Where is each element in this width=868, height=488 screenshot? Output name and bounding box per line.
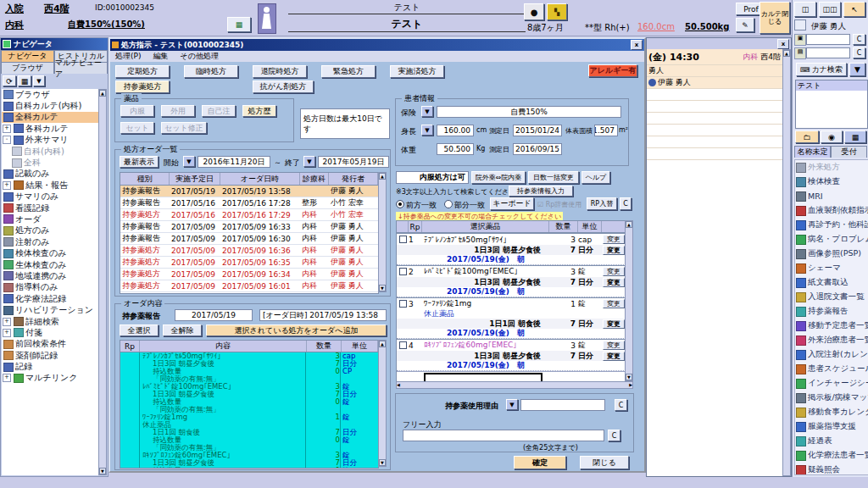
drug-search-input[interactable]: 内服処方は可 (396, 171, 469, 184)
order-row[interactable]: 持参薬処方 2017/05/09 2017/05/09 16:35 内科 伊藤 … (120, 257, 378, 269)
nav-tree-item[interactable]: 前回検索条件 (2, 339, 101, 350)
patient-card-input[interactable] (806, 47, 850, 58)
prescription-type-tab[interactable]: 退院時処方 (253, 65, 307, 78)
clear-all-button[interactable]: 全解除 (163, 324, 202, 336)
selected-drugs-vscrollbar[interactable]: ▲ ▼ (625, 220, 633, 381)
drug-checkbox[interactable] (397, 341, 409, 349)
nav-tree-item[interactable]: 指導料のみ (2, 282, 101, 293)
order-row[interactable]: 持参薬報告 2017/05/19 2017/05/19 13:58 伊藤 勇人 (120, 186, 378, 197)
nav-tree-item[interactable]: リハビリテーション (2, 304, 101, 315)
tab-reception[interactable]: 受付 (831, 146, 867, 158)
end-date-dropdown[interactable]: ▼ (303, 156, 315, 167)
expand-toggle-icon[interactable]: + (3, 318, 11, 326)
order-row[interactable]: 持参薬報告 2017/05/16 2017/05/16 17:28 整形 小竹 … (120, 197, 378, 209)
rp-swap-button[interactable]: RP入替 (587, 197, 617, 210)
person-icon[interactable]: ◉ (821, 130, 843, 143)
nav-tree-item[interactable]: + 各科カルテ (2, 123, 101, 134)
quick-menu-item[interactable]: 再診予約・他科診 (795, 218, 868, 232)
tab-browser[interactable]: ブラウザ (1, 62, 54, 74)
drug-checkbox[interactable] (397, 300, 409, 308)
nav-tree-item[interactable]: 全科 (2, 157, 101, 168)
close-icon[interactable]: x (631, 40, 643, 50)
kana-search-dropdown[interactable]: ▼ (849, 63, 865, 76)
selected-drug-row[interactable]: 3 ﾜｰﾌｧﾘﾝ錠1mg 1 錠 変更 (397, 297, 626, 309)
patient-id-input[interactable] (806, 34, 850, 45)
order-content-line[interactable]: 持込数量 0 CP (120, 368, 378, 375)
add-to-order-button[interactable]: 選択されている処方をオーダへ追加 (206, 324, 387, 336)
nav-scrollbar[interactable]: ▲ ▼ (98, 89, 107, 475)
quick-menu-item[interactable]: 持参薬報告 (795, 304, 868, 319)
select-all-button[interactable]: 全選択 (120, 324, 159, 336)
order-row[interactable]: 持参薬処方 2017/05/09 2017/05/09 16:36 内科 伊藤 … (120, 245, 378, 257)
bg-window-scrollbar[interactable]: ▲ (782, 49, 791, 476)
nav-tree-item[interactable]: + マルチリンク (2, 373, 101, 384)
nav-tree-item[interactable]: 記録 (2, 361, 101, 372)
clear-id-button[interactable]: C (853, 34, 865, 45)
patient-flag-icon-1[interactable]: ● (524, 3, 544, 20)
expand-toggle-icon[interactable]: + (3, 374, 11, 382)
edit-pen-button[interactable]: ✎ (736, 18, 754, 32)
nav-tree-item[interactable]: 検体検査のみ (2, 247, 101, 258)
start-date-dropdown[interactable]: ▼ (183, 156, 195, 167)
nav-tree-item[interactable]: 地域連携のみ (2, 270, 101, 281)
order-content-line[interactable]: 持込数量 0 錠 (120, 436, 378, 444)
prescription-type-tab[interactable]: 定期処方 (115, 65, 170, 78)
ward-map-button[interactable]: ▦ (227, 17, 251, 32)
quick-menu-item[interactable]: インチャージシート (795, 376, 868, 391)
help-button[interactable]: ヘルプ (581, 171, 610, 184)
selected-drug-row[interactable]: 2017/05/19(金) 朝 (397, 287, 626, 297)
drug-checkbox[interactable] (397, 268, 409, 275)
rp-dict-checkbox[interactable]: ☑ Rp辞書使用 (537, 200, 581, 209)
change-button[interactable]: 変更 (603, 319, 625, 329)
drug-category-tab[interactable]: 処方歴 (242, 105, 276, 117)
expand-toggle-icon[interactable]: + (3, 181, 11, 190)
order-content-line[interactable]: ﾜｰﾌｧﾘﾝ錠1mg 1 錠 (120, 413, 378, 421)
appointment-header-row[interactable]: (金) 14:30 内科 西4階 (647, 49, 791, 65)
appointment-row[interactable]: 伊藤 勇人 (647, 77, 791, 89)
drug-category-tab[interactable]: 内服 (120, 105, 154, 117)
order-row[interactable]: 持参薬処方 2017/05/09 2017/05/09 16:01 内科 伊藤 … (120, 280, 378, 292)
cursor-icon[interactable]: ↖ (843, 2, 865, 17)
nav-tree-item[interactable]: 注射のみ (2, 236, 101, 247)
menu-other[interactable]: その他処理 (180, 51, 218, 62)
nav-tree-item[interactable]: 看護記録 (2, 202, 101, 214)
height-value[interactable]: 160.00 (437, 125, 474, 136)
nav-tree-item[interactable]: 全科カルテ (2, 112, 101, 123)
carryin-info-button[interactable]: 持参薬情報入力 (509, 186, 573, 197)
tab-unnamed[interactable]: 名称未定 (794, 146, 831, 158)
tab-anticancer-prescription[interactable]: 抗がん剤処方 (253, 80, 314, 93)
radio-partial-match[interactable]: 部分一致 (444, 200, 485, 211)
patient-pair-icon[interactable]: ◫◫ (819, 2, 841, 17)
prescription-type-tab[interactable]: 臨時処方 (184, 65, 238, 78)
quick-menu-item[interactable]: 患者スケジュール (795, 362, 868, 376)
appointment-row[interactable]: 勇人 (647, 65, 791, 77)
patient-flag-icon-2[interactable]: ▚ (547, 3, 567, 20)
close-chart-button[interactable]: カルテ閉じる (760, 2, 790, 34)
change-button[interactable]: 変更 (603, 235, 625, 244)
prescription-type-tab[interactable]: 緊急処方 (321, 65, 376, 78)
quick-menu-item[interactable]: 服薬指導支援 (795, 419, 868, 434)
weight-value[interactable]: 50.500 (437, 143, 474, 155)
quick-menu-item[interactable]: 検体検査 (795, 175, 868, 189)
menu-edit[interactable]: 編集 (153, 51, 168, 62)
nav-tree-item[interactable]: 生体検査のみ (2, 259, 101, 270)
order-list-scrollbar[interactable]: ▲ ▼ (378, 172, 387, 292)
order-row[interactable]: 持参薬報告 2017/05/09 2017/05/09 16:33 内科 伊藤 … (120, 221, 378, 233)
inout-drug-button[interactable]: 院外薬⇔院内薬 (471, 171, 526, 184)
drug-category-tab[interactable]: 自己注 (202, 105, 236, 117)
tab-navigator[interactable]: ナビゲータ (1, 50, 54, 62)
patient-list-item[interactable]: テスト (796, 80, 867, 91)
menu-process[interactable]: 処理(P) (115, 51, 141, 62)
reason-input[interactable] (520, 399, 605, 411)
quick-menu-item[interactable]: 病名・プロブレム (795, 232, 868, 247)
selected-drug-row[interactable]: 1 ﾃﾌﾟﾚﾉﾝｶﾌﾟｾﾙ50mg｢ｻﾜｲ｣ 3 cap 変更 (397, 233, 626, 245)
drug-set-tab[interactable]: セット修正 (161, 122, 207, 134)
expand-toggle-icon[interactable]: - (3, 136, 11, 144)
grid-icon[interactable]: ▦ (844, 130, 866, 143)
quick-menu-item[interactable]: 紙文書取込 (795, 275, 868, 290)
confirm-button[interactable]: 確定 (514, 456, 566, 469)
order-content-line[interactable]: 持込数量 0 錠 (120, 398, 378, 406)
quick-menu-item[interactable]: 掲示板/病棟マップ (795, 391, 868, 405)
selected-drug-row[interactable]: 2017/05/19(金) 朝 (397, 255, 626, 265)
change-button[interactable]: 変更 (603, 267, 625, 276)
